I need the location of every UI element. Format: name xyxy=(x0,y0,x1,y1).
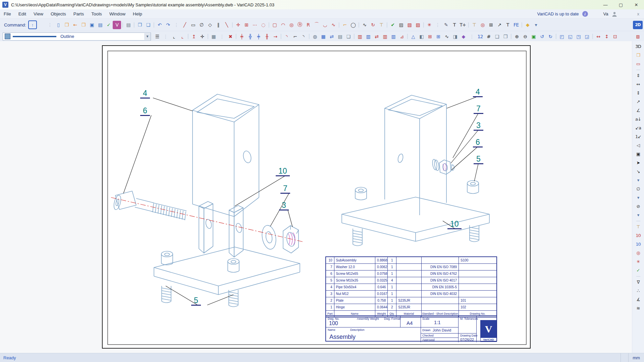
insert-bar-red-icon[interactable]: ▥ xyxy=(356,32,364,41)
arrow-marker-icon[interactable]: ➤ xyxy=(634,158,643,167)
gear-dimension-icon[interactable]: ◎ xyxy=(634,248,643,257)
close-button[interactable]: ✕ xyxy=(629,0,644,9)
panel-right-icon[interactable]: ◳ xyxy=(574,32,583,41)
dimension-value-icon[interactable]: 10 xyxy=(634,231,643,240)
snap-cross-icon[interactable]: ╫ xyxy=(263,32,271,41)
save-check-icon[interactable]: ✓ xyxy=(104,21,113,29)
dashed-circle-tool-icon[interactable]: ◌ xyxy=(259,21,267,29)
parallel-lines-tool-icon[interactable]: ∥ xyxy=(214,21,222,29)
notes-tool-icon[interactable]: ✎ xyxy=(442,21,450,29)
fillet-corner-icon[interactable]: ◝ xyxy=(282,32,291,41)
dropdown-arrow-icon[interactable]: ▾ xyxy=(634,193,643,202)
import-dimensions-icon[interactable]: ❒ xyxy=(634,51,643,59)
text-underline-tool-icon[interactable]: T xyxy=(450,21,459,29)
menu-item[interactable]: File xyxy=(0,9,15,18)
insert-bar-blue-icon[interactable]: ▥ xyxy=(364,32,372,41)
color-style-icon[interactable]: ◆ xyxy=(523,21,532,29)
hatch-region-tool-icon[interactable]: ▨ xyxy=(397,21,405,29)
list-pages-icon[interactable]: ❑ xyxy=(493,32,501,41)
menu-item[interactable]: Window xyxy=(106,9,129,18)
zoom-next-icon[interactable]: ↻ xyxy=(546,32,554,41)
open-folder-icon[interactable]: ❒ xyxy=(79,21,88,29)
diameter-dimension-icon[interactable]: ⊘ xyxy=(634,202,643,210)
layer-dropdown-arrow-icon[interactable]: ▼ xyxy=(144,33,151,40)
print-view-icon[interactable]: ▤ xyxy=(336,32,344,41)
zoom-out-icon[interactable]: ⊖ xyxy=(521,32,529,41)
status-units[interactable]: mm xyxy=(628,353,644,362)
layer-selector[interactable]: Outline ▼ xyxy=(3,33,151,41)
radius-arc-tool-icon[interactable]: R xyxy=(304,21,312,29)
toolbar-drag-handle[interactable]: ⋮ xyxy=(218,32,226,41)
pattern-burst-tool-icon[interactable]: ✳ xyxy=(425,21,433,29)
info-icon[interactable]: i xyxy=(582,11,588,17)
insert-columns2-icon[interactable]: ▥ xyxy=(389,32,397,41)
layers-icon[interactable]: ☰ xyxy=(153,32,161,41)
deselect-icon[interactable]: ⌞ xyxy=(178,32,186,41)
text-arrow-tool-icon[interactable]: ↗ xyxy=(495,21,503,29)
panel-left-icon[interactable]: ◰ xyxy=(557,32,566,41)
gear-rotate-icon[interactable]: ✳ xyxy=(634,257,643,266)
tangent-arc-tool-icon[interactable]: ◡ xyxy=(321,21,329,29)
save-drawing-icon[interactable]: ▣ xyxy=(88,21,96,29)
balloon-leader-icon[interactable]: 1↙ xyxy=(634,132,643,141)
menu-item[interactable]: Parts xyxy=(70,9,88,18)
fit-height-icon[interactable]: ↕ xyxy=(602,32,611,41)
zoom-in-icon[interactable]: ⊕ xyxy=(513,32,521,41)
insert-columns-icon[interactable]: ▥ xyxy=(381,32,389,41)
menu-item[interactable]: Help xyxy=(129,9,146,18)
step-line-tool-icon[interactable]: ⌐ xyxy=(340,21,349,29)
panel-grid-icon[interactable]: ◲ xyxy=(583,32,591,41)
palette-icon[interactable]: ◆ xyxy=(459,32,468,41)
varicad-viewer-icon[interactable]: V xyxy=(113,21,121,29)
mode-red-icon[interactable]: ▨ xyxy=(633,32,643,41)
text-frame-tool-icon[interactable]: ⊞ xyxy=(487,21,495,29)
toolbar-drag-handle[interactable]: ⋮ xyxy=(433,21,442,29)
chamfer-corner-icon[interactable]: ⌐ xyxy=(291,32,299,41)
dimension-oblique-icon[interactable]: ↘ xyxy=(634,167,643,176)
snap-mid-icon[interactable]: ╪ xyxy=(254,32,263,41)
surface-symbol-icon[interactable]: ∇ xyxy=(634,278,643,286)
notification-close-x[interactable]: x xyxy=(637,11,640,16)
text-leader-icon[interactable]: ↙a xyxy=(634,123,643,132)
select-length-icon[interactable]: ⌞ xyxy=(170,32,178,41)
arc-insert-tool-icon[interactable]: ◠ xyxy=(279,21,287,29)
dots-symbol-icon[interactable]: ∴ xyxy=(634,286,643,295)
dropdown-arrow-icon[interactable]: ▾ xyxy=(532,21,540,29)
dimension-shift-icon[interactable]: ⇕ xyxy=(634,71,643,80)
maximize-button[interactable]: ▢ xyxy=(613,0,629,9)
tangent-line-tool-icon[interactable]: ╲ xyxy=(222,21,231,29)
hatch-delete-tool-icon[interactable]: ▨ xyxy=(414,21,422,29)
copy-icon[interactable]: ❐ xyxy=(136,21,144,29)
arc-chain-tool-icon[interactable]: ∿ xyxy=(329,21,337,29)
account-name[interactable]: Va xyxy=(603,11,608,16)
undo-icon[interactable]: ↶ xyxy=(155,21,164,29)
spline-tool-icon[interactable]: ∿ xyxy=(360,21,369,29)
drawing-sheet[interactable]: 4 6 10 7 3 5 4 7 3 6 5 10 10 SubAssembly… xyxy=(102,45,531,349)
triangle-leader-icon[interactable]: ◁ xyxy=(634,141,643,149)
dimension-box-icon[interactable]: ⊞ xyxy=(426,32,434,41)
delete-icon[interactable]: ✖ xyxy=(226,32,234,41)
move-origin-tool-icon[interactable]: ⊞ xyxy=(242,21,251,29)
sheet-export-icon[interactable]: ❏ xyxy=(344,32,353,41)
command-run-icon[interactable]: ↑ xyxy=(28,20,37,29)
sphere-tool-icon[interactable]: ◍ xyxy=(311,32,319,41)
cursor-xy-icon[interactable]: ✛ xyxy=(198,32,206,41)
snap-settings-icon[interactable]: 12 xyxy=(476,32,484,41)
box-3d-icon[interactable]: ◧ xyxy=(417,32,426,41)
pages-icon[interactable]: ❒ xyxy=(501,32,509,41)
radius-tool-icon[interactable]: Ⓡ xyxy=(296,21,304,29)
polygon-tool-icon[interactable]: ◇ xyxy=(206,21,214,29)
toolbar-drag-handle[interactable]: ⋮ xyxy=(161,32,170,41)
dimension-vertical-icon[interactable]: ↕ xyxy=(634,88,643,97)
account-person-icon[interactable] xyxy=(612,11,617,17)
dimension-aligned-icon[interactable]: ↗ xyxy=(634,97,643,106)
toolbar-drag-handle[interactable]: ⋮ xyxy=(172,21,180,29)
line-tool-icon[interactable]: ╱ xyxy=(180,21,189,29)
flip-horizontal-icon[interactable]: ⇄ xyxy=(372,32,381,41)
table-tool-icon[interactable]: ▦ xyxy=(319,32,327,41)
zoom-previous-icon[interactable]: ↺ xyxy=(538,32,546,41)
mirror-icon[interactable]: △ xyxy=(409,32,417,41)
circle-holes-tool-icon[interactable]: ◎ xyxy=(287,21,296,29)
dimension-value-blue-icon[interactable]: 10 xyxy=(634,240,643,248)
paste-icon[interactable]: ❏ xyxy=(144,21,152,29)
